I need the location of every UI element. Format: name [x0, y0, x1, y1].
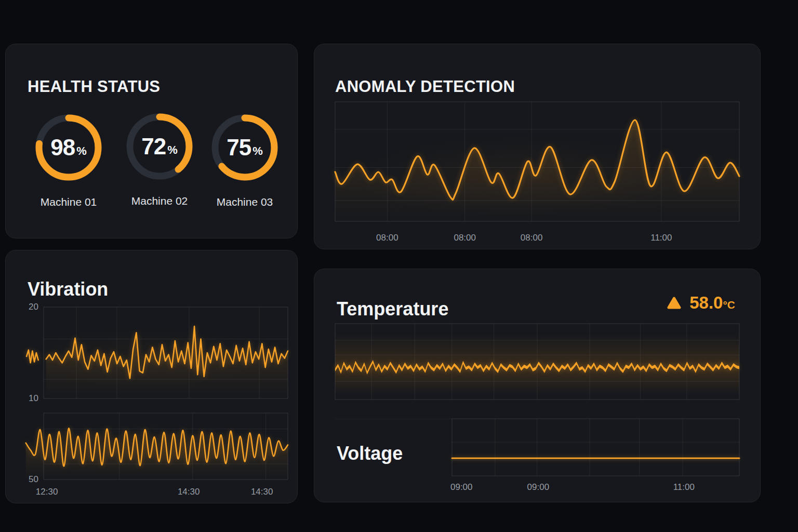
- y-tick-label: 20: [20, 302, 38, 312]
- gauge-value: 75 %: [211, 114, 278, 181]
- gauge-machine-01: 98 % Machine 01: [35, 114, 102, 208]
- x-tick-label: 08:00: [371, 233, 403, 243]
- vibration-chart-upper[interactable]: 2010: [44, 307, 288, 398]
- gauge-percent-sign: %: [76, 144, 87, 158]
- health-status-title: HEALTH STATUS: [28, 77, 160, 96]
- machine-label: Machine 02: [126, 195, 193, 207]
- temperature-reading-badge: 58.0°C: [667, 293, 735, 313]
- anomaly-plot: [335, 102, 739, 221]
- temperature-voltage-panel: Temperature 58.0°C Voltage 09:0009:0011:…: [314, 269, 761, 502]
- x-tick-label: 14:30: [173, 487, 204, 497]
- gauge-percent: 98: [50, 135, 75, 161]
- dashboard: HEALTH STATUS 98 % Machine 01 72 % Machi…: [0, 0, 798, 532]
- x-tick-label: 08:00: [449, 233, 481, 243]
- warning-triangle-icon: [667, 296, 682, 310]
- gauge-value: 72 %: [126, 113, 193, 180]
- x-tick-label: 11:00: [646, 233, 677, 243]
- vibration-top-plot: [44, 307, 288, 398]
- gauge-percent-sign: %: [167, 143, 178, 157]
- vibration-panel: Vibration 2010 12:3014:3014:3050: [5, 250, 298, 503]
- vibration-bottom-plot: [44, 413, 288, 480]
- x-tick-label: 11:00: [668, 482, 699, 493]
- anomaly-detection-panel: ANOMALY DETECTION 08:0008:0008:0011:00: [314, 44, 761, 249]
- temperature-value: 58.0°C: [689, 293, 735, 313]
- gauge-percent: 75: [227, 135, 251, 161]
- anomaly-detection-title: ANOMALY DETECTION: [335, 77, 515, 96]
- temperature-chart[interactable]: [335, 324, 739, 400]
- vibration-title: Vibration: [28, 278, 108, 300]
- temperature-title: Temperature: [337, 298, 448, 320]
- anomaly-detection-chart[interactable]: 08:0008:0008:0011:00: [335, 102, 739, 221]
- machine-label: Machine 01: [35, 196, 102, 208]
- y-tick-label: 10: [20, 393, 38, 404]
- gauge-value: 98 %: [35, 114, 102, 181]
- temperature-unit: °C: [723, 299, 735, 311]
- x-tick-label: 09:00: [523, 482, 554, 493]
- gauge-percent-sign: %: [252, 144, 263, 158]
- voltage-title: Voltage: [337, 443, 403, 464]
- temperature-plot: [335, 324, 739, 400]
- voltage-plot: [452, 419, 739, 476]
- gauge-machine-02: 72 % Machine 02: [126, 113, 193, 207]
- y-tick-label: 50: [20, 474, 38, 485]
- machine-label: Machine 03: [211, 196, 278, 208]
- voltage-divider-line: [335, 419, 452, 419]
- x-tick-label: 12:30: [31, 487, 62, 497]
- vibration-chart-lower[interactable]: 12:3014:3014:3050: [44, 413, 288, 480]
- x-tick-label: 14:30: [246, 487, 277, 497]
- gauge-percent: 72: [141, 134, 166, 159]
- health-status-panel: HEALTH STATUS 98 % Machine 01 72 % Machi…: [5, 44, 298, 238]
- x-tick-label: 08:00: [516, 233, 547, 243]
- voltage-chart[interactable]: 09:0009:0011:00: [452, 419, 739, 476]
- gauge-machine-03: 75 % Machine 03: [211, 114, 278, 208]
- x-tick-label: 09:00: [446, 482, 477, 493]
